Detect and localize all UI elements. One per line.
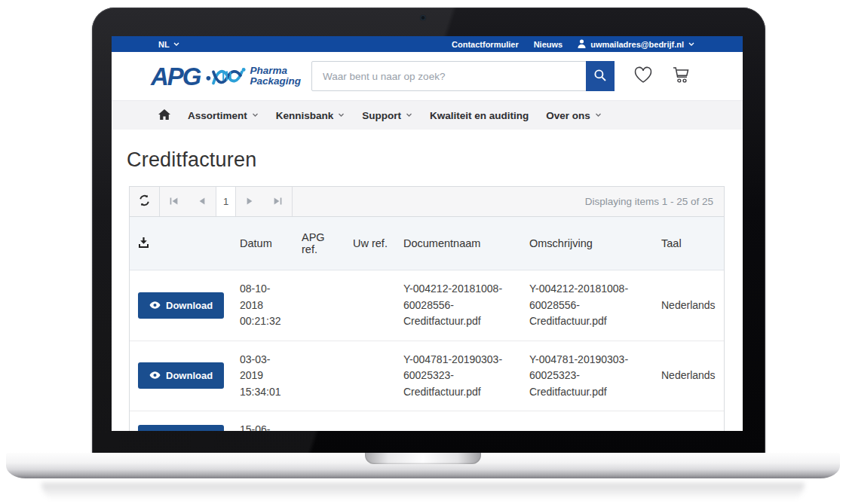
cell-apg-ref bbox=[296, 411, 347, 432]
language-label: NL bbox=[158, 40, 170, 49]
account-email: uwmailadres@bedrijf.nl bbox=[590, 40, 684, 49]
logo-text: APG bbox=[151, 64, 201, 89]
nav-item-assortiment[interactable]: Assortiment bbox=[188, 110, 259, 121]
cell-apg-ref bbox=[296, 341, 347, 411]
download-button-label: Download bbox=[166, 370, 213, 381]
cell-taal bbox=[655, 411, 724, 432]
nav-label: Kennisbank bbox=[276, 110, 334, 121]
cell-uw-ref bbox=[347, 341, 397, 411]
download-tray-icon bbox=[138, 238, 149, 250]
current-page-indicator[interactable]: 1 bbox=[216, 187, 236, 216]
refresh-button[interactable] bbox=[130, 187, 160, 216]
cell-datum: 08-10-2018 00:21:32 bbox=[234, 270, 296, 341]
first-page-button[interactable] bbox=[160, 187, 188, 216]
nav-item-support[interactable]: Support bbox=[362, 110, 412, 121]
column-header-uw-ref[interactable]: Uw ref. bbox=[347, 217, 397, 270]
wishlist-button[interactable] bbox=[633, 66, 653, 87]
last-page-icon bbox=[274, 196, 282, 207]
laptop-lid-notch bbox=[365, 453, 481, 464]
documents-table: Datum APG ref. Uw ref. Documentnaam Omsc… bbox=[130, 217, 724, 431]
download-button[interactable]: Download bbox=[138, 425, 224, 431]
chevron-down-icon bbox=[406, 113, 412, 118]
nav-home[interactable] bbox=[158, 109, 170, 122]
first-page-icon bbox=[170, 196, 178, 207]
download-button-label: Download bbox=[166, 300, 213, 311]
cell-omschrijving: Y-004212-20181008-60028556-Creditfactuur… bbox=[523, 270, 655, 341]
laptop-mockup: NL Contactformulier Nieuws uwmailadres@b… bbox=[0, 0, 846, 504]
last-page-button[interactable] bbox=[264, 187, 292, 216]
language-selector[interactable]: NL bbox=[158, 40, 179, 49]
search-input[interactable] bbox=[311, 61, 615, 91]
laptop-base bbox=[6, 453, 840, 478]
home-icon bbox=[158, 109, 170, 122]
previous-page-icon bbox=[198, 196, 205, 207]
next-page-icon bbox=[247, 196, 253, 207]
cart-icon bbox=[672, 66, 691, 87]
nav-item-over-ons[interactable]: Over ons bbox=[546, 110, 602, 121]
chevron-down-icon bbox=[173, 42, 179, 47]
apg-logo[interactable]: APG Pharma Packaging bbox=[151, 63, 301, 89]
nav-label: Over ons bbox=[546, 110, 590, 121]
table-row: Download 03-03-2019 15:34:01 Y-004781-20… bbox=[130, 341, 724, 411]
heart-icon bbox=[633, 66, 653, 87]
search-bar bbox=[311, 61, 615, 91]
cell-omschrijving: Y-004781-20190615- bbox=[523, 411, 655, 432]
news-link[interactable]: Nieuws bbox=[534, 40, 563, 49]
site-header: APG Pharma Packaging bbox=[112, 52, 743, 100]
nav-label: Assortiment bbox=[188, 110, 247, 121]
column-header-apg-ref[interactable]: APG ref. bbox=[296, 217, 347, 270]
search-button[interactable] bbox=[586, 61, 615, 91]
column-header-datum[interactable]: Datum bbox=[234, 217, 296, 270]
logo-sub1: Pharma bbox=[250, 66, 302, 76]
cell-taal: Nederlands bbox=[655, 270, 724, 341]
cell-datum: 03-03-2019 15:34:01 bbox=[234, 341, 296, 411]
cell-apg-ref bbox=[296, 270, 347, 341]
cell-uw-ref bbox=[347, 270, 397, 341]
eye-icon bbox=[149, 300, 161, 311]
column-header-omschrijving[interactable]: Omschrijving bbox=[523, 217, 655, 270]
chevron-down-icon bbox=[338, 113, 345, 118]
cart-button[interactable] bbox=[672, 66, 691, 87]
user-icon bbox=[578, 39, 586, 50]
chevron-down-icon bbox=[688, 42, 694, 47]
cell-documentnaam: Y-004212-20181008-60028556-Creditfactuur… bbox=[397, 270, 523, 341]
column-header-documentnaam[interactable]: Documentnaam bbox=[397, 217, 523, 270]
top-utility-bar: NL Contactformulier Nieuws uwmailadres@b… bbox=[112, 36, 743, 52]
download-button[interactable]: Download bbox=[138, 292, 224, 319]
cell-taal: Nederlands bbox=[655, 341, 724, 411]
eye-icon bbox=[149, 370, 161, 381]
documents-grid: 1 Displaying items 1 - 25 of 25 bbox=[129, 186, 725, 431]
search-icon bbox=[593, 69, 607, 84]
table-row: Download 15-06-2019 Y-004781-20190615- Y… bbox=[130, 411, 724, 432]
page-content: Creditfacturen bbox=[112, 148, 743, 431]
table-row: Download 08-10-2018 00:21:32 Y-004212-20… bbox=[130, 270, 724, 341]
nav-label: Support bbox=[362, 110, 401, 121]
cell-omschrijving: Y-004781-20190303-60025323-Creditfactuur… bbox=[523, 341, 655, 411]
chevron-down-icon bbox=[252, 113, 259, 118]
laptop-reflection bbox=[41, 483, 805, 502]
column-header-taal[interactable]: Taal bbox=[655, 217, 724, 270]
pagination: 1 bbox=[160, 187, 293, 216]
refresh-icon bbox=[138, 194, 151, 209]
nav-item-kwaliteit-en-auditing[interactable]: Kwaliteit en auditing bbox=[430, 110, 529, 121]
page-title: Creditfacturen bbox=[127, 148, 725, 172]
cell-uw-ref bbox=[347, 411, 397, 432]
grid-toolbar: 1 Displaying items 1 - 25 of 25 bbox=[130, 187, 724, 217]
webcam bbox=[421, 15, 426, 20]
main-nav: Assortiment Kennisbank Support Kwaliteit… bbox=[112, 100, 743, 130]
account-menu[interactable]: uwmailadres@bedrijf.nl bbox=[578, 39, 694, 50]
chevron-down-icon bbox=[595, 113, 602, 118]
cell-datum: 15-06-2019 bbox=[234, 411, 296, 432]
browser-screen: NL Contactformulier Nieuws uwmailadres@b… bbox=[112, 36, 743, 431]
table-header-row: Datum APG ref. Uw ref. Documentnaam Omsc… bbox=[130, 217, 724, 270]
previous-page-button[interactable] bbox=[188, 187, 216, 216]
logo-sub2: Packaging bbox=[250, 76, 302, 87]
cell-documentnaam: Y-004781-20190615- bbox=[397, 411, 523, 432]
nav-label: Kwaliteit en auditing bbox=[430, 110, 529, 121]
contact-link[interactable]: Contactformulier bbox=[452, 40, 519, 49]
nav-item-kennisbank[interactable]: Kennisbank bbox=[276, 110, 345, 121]
dna-helix-icon bbox=[205, 63, 247, 89]
download-all-header[interactable] bbox=[130, 217, 234, 270]
next-page-button[interactable] bbox=[236, 187, 264, 216]
download-button[interactable]: Download bbox=[138, 362, 224, 389]
